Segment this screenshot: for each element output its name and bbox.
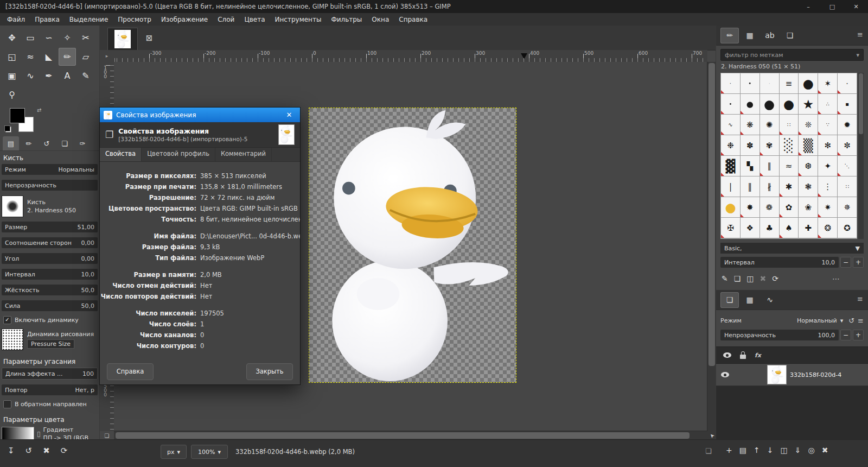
menu-item[interactable]: Слой [213, 14, 239, 25]
brush-item[interactable]: ∥ [760, 156, 779, 176]
brush-item[interactable]: ✼ [838, 135, 857, 155]
crop-tool[interactable]: ✂ [77, 29, 94, 47]
brush-item[interactable]: ● [760, 94, 779, 114]
tab-images[interactable]: ❏ [56, 136, 73, 150]
brush-item[interactable]: ❀ [799, 197, 818, 217]
brush-item[interactable]: ▚ [741, 156, 760, 176]
dialog-tab[interactable]: Цветовой профиль [142, 148, 215, 161]
duplicate-brush-icon[interactable]: ◫ [746, 274, 754, 283]
save-tool-options-icon[interactable]: ↧ [8, 446, 15, 456]
brush-item[interactable]: ░ [780, 135, 799, 155]
brush-item[interactable]: ⋮ [818, 176, 837, 197]
status-mini-icon[interactable]: ❏ [705, 447, 712, 455]
menu-item[interactable]: Выделение [65, 14, 113, 25]
overflow-icon[interactable]: ⋯ [832, 274, 863, 283]
brush-item[interactable]: ✦ [818, 156, 837, 176]
tool-option-slider[interactable]: Интервал 10,0 [2, 269, 98, 280]
tool-option-slider[interactable]: Угол 0,00 [2, 253, 98, 264]
merge-down-icon[interactable]: ⇓ [795, 446, 801, 455]
brush-item[interactable]: ∷ [780, 115, 799, 135]
navigation-icon[interactable]: ❏ [103, 432, 111, 439]
brush-item[interactable]: ▒ [799, 135, 818, 155]
lower-layer-icon[interactable]: ↓ [767, 446, 774, 455]
layer-name[interactable]: 332b158f-020d-4 [790, 371, 841, 378]
horizontal-scrollbar[interactable] [114, 431, 707, 440]
transform-tool[interactable]: ◱ [3, 48, 21, 66]
brush-item[interactable]: ▓ [721, 156, 740, 176]
visibility-icon[interactable] [723, 352, 731, 358]
brush-item[interactable]: ✷ [818, 197, 837, 217]
brush-item[interactable]: ✻ [818, 135, 837, 155]
minimize-icon[interactable]: – [796, 0, 820, 13]
zoom-tool[interactable]: ⚲ [3, 86, 21, 104]
help-button[interactable]: Справка [107, 363, 154, 380]
effects-icon[interactable]: fx [755, 352, 761, 359]
brush-item[interactable]: ❊ [799, 115, 818, 135]
tab-brushes-dock[interactable]: ✑ [74, 136, 91, 150]
horizontal-scrollbar-thumb[interactable] [116, 432, 690, 439]
brush-item[interactable]: ≈ [780, 156, 799, 176]
new-group-icon[interactable]: ▤ [739, 446, 746, 455]
brush-item[interactable]: ● [721, 197, 740, 217]
bucket-fill-tool[interactable]: ◣ [40, 48, 58, 66]
brush-item[interactable]: · [721, 73, 740, 93]
tool-option-slider[interactable]: Сила 50,0 [2, 300, 98, 311]
swap-colors-icon[interactable]: ⇄ [37, 107, 41, 113]
foreground-color-swatch[interactable] [10, 108, 25, 123]
maximize-icon[interactable]: □ [820, 0, 844, 13]
menu-item[interactable]: Файл [2, 14, 30, 25]
brush-item[interactable]: ★ [799, 94, 818, 114]
brush-group-dropdown[interactable]: Basic, ▼ [720, 243, 864, 254]
tab-undo-history[interactable]: ↺ [39, 136, 55, 150]
vertical-scrollbar-thumb[interactable] [709, 63, 715, 366]
brush-item[interactable]: ❉ [721, 135, 740, 155]
repeat-dropdown[interactable]: Повтор Нет, р [2, 384, 98, 395]
unit-dropdown[interactable]: px ▾ [161, 445, 187, 459]
tab-fonts[interactable]: ab [761, 28, 779, 43]
brush-item[interactable]: ❆ [799, 156, 818, 176]
tab-brushes[interactable]: ✏ [720, 28, 739, 43]
close-button[interactable]: Закрыть [246, 363, 293, 380]
menu-item[interactable]: Справка [394, 14, 432, 25]
tag-filter-input[interactable]: фильтр по меткам ▾ [720, 49, 864, 61]
dialog-tab[interactable]: Свойства [100, 148, 142, 161]
brush-item[interactable]: ● [799, 73, 818, 93]
brush-item[interactable]: ❂ [818, 218, 837, 238]
brush-item[interactable]: ∦ [760, 176, 779, 197]
brush-item[interactable]: • [838, 73, 857, 93]
brush-item[interactable]: ‖ [741, 176, 760, 197]
spacing-decrease-icon[interactable]: − [840, 257, 851, 268]
default-colors-icon[interactable] [5, 127, 11, 132]
anchor-layer-icon[interactable]: ◎ [808, 446, 814, 455]
new-brush-icon[interactable]: ❏ [734, 274, 741, 283]
dynamics-checkbox[interactable]: ✓ Включить динамику [3, 316, 96, 324]
delete-layer-icon[interactable]: ✖ [822, 446, 828, 455]
menu-item[interactable]: Инструменты [270, 14, 327, 25]
mode-switch-icon[interactable]: ≡ [858, 317, 864, 325]
paintbrush-tool[interactable]: ✏ [59, 48, 76, 66]
brush-item[interactable]: • [741, 73, 760, 93]
tab-tool-options[interactable]: ▤ [3, 136, 19, 150]
brush-item[interactable]: ✸ [741, 197, 760, 217]
mode-dropdown[interactable]: Режим Нормальны [2, 164, 98, 175]
brush-item[interactable]: ⋱ [838, 156, 857, 176]
brush-item[interactable]: ✱ [780, 176, 799, 197]
restore-tool-options-icon[interactable]: ↺ [25, 446, 33, 456]
dock-menu-icon[interactable]: ≡ [857, 30, 863, 39]
tool-option-slider[interactable]: Соотношение сторон 0,00 [2, 237, 98, 248]
new-layer-icon[interactable]: + [726, 446, 732, 455]
tab-channels[interactable]: ▦ [741, 292, 759, 308]
menu-item[interactable]: Просмотр [113, 14, 156, 25]
brush-item[interactable]: ✚ [799, 218, 818, 238]
brush-item[interactable]: • [721, 94, 740, 114]
brush-item[interactable]: ● [741, 94, 760, 114]
brush-item[interactable]: ❖ [741, 218, 760, 238]
fade-length-field[interactable]: Длина эффекта ... 100 [2, 368, 98, 380]
tab-layers[interactable]: ❏ [720, 292, 739, 308]
refresh-brushes-icon[interactable]: ⟳ [772, 274, 778, 283]
brush-item[interactable]: ✹ [838, 115, 857, 135]
brush-item[interactable]: · [760, 73, 779, 93]
close-view-icon[interactable]: ⊠ [143, 32, 155, 44]
close-icon[interactable]: ✕ [844, 0, 868, 13]
tool-option-slider[interactable]: Размер 51,00 [2, 222, 98, 232]
